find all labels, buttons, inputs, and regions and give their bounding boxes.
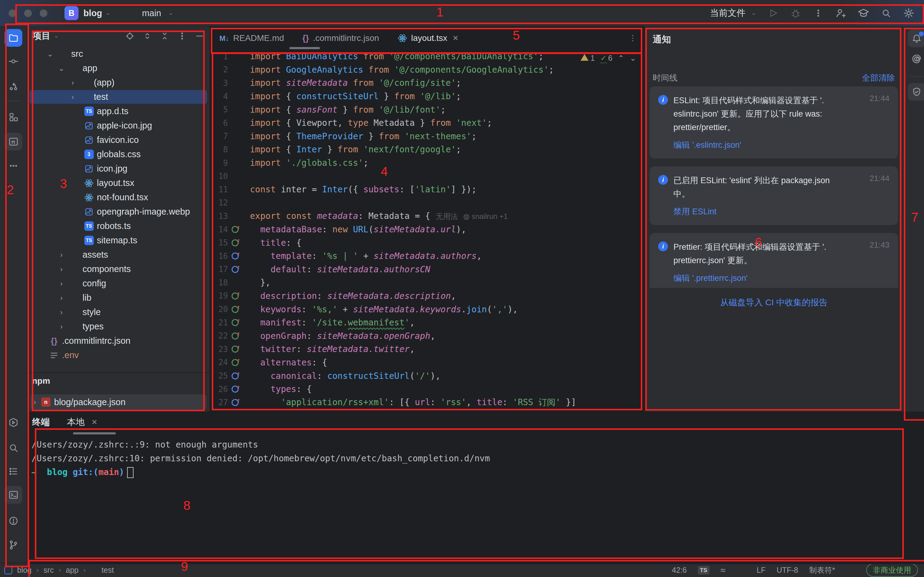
tree-item-globalscss[interactable]: 3 globals.css [27, 147, 210, 161]
learn-icon[interactable] [858, 7, 870, 19]
code-line-13[interactable]: 13export const metadata: Metadata = {无用法… [210, 210, 644, 223]
tree-item-faviconico[interactable]: favicon.ico [27, 133, 210, 147]
project-tool[interactable] [5, 29, 22, 47]
clear-all-link[interactable]: 全部清除 [862, 73, 895, 83]
qodana-tool[interactable] [908, 83, 924, 101]
problems-tool[interactable] [5, 512, 22, 530]
ai-assistant-tool[interactable] [908, 50, 924, 68]
tree-item-appdts[interactable]: TS app.d.ts [27, 104, 210, 118]
notification-action-link[interactable]: 禁用 ESLint [674, 205, 890, 218]
notification-card[interactable]: 21:44 i ESLint: 项目代码样式和编辑器设置基于 '.eslintr… [649, 86, 898, 158]
code-line-26[interactable]: 26↑ types: { [210, 382, 644, 396]
npm-tool[interactable] [5, 133, 22, 150]
code-line-14[interactable]: 14↑ metadataBase: new URL(siteMetadata.u… [210, 223, 644, 236]
terminal-tab-local[interactable]: 本地 ✕ [67, 416, 97, 428]
run-tool[interactable] [5, 414, 22, 431]
tree-item-appleiconjpg[interactable]: apple-icon.jpg [27, 118, 210, 133]
search-icon[interactable] [880, 7, 892, 19]
code-line-18[interactable]: 18 }, [210, 276, 644, 289]
tree-item-test[interactable]: › test [27, 90, 210, 104]
notification-card[interactable]: 21:44 i 已启用 ESLint: 'eslint' 列出在 package… [649, 166, 898, 225]
line-separator[interactable]: LF [756, 566, 766, 575]
unlock-icon[interactable] [846, 566, 855, 575]
terminal-title[interactable]: 终端 [32, 416, 50, 428]
caret-position[interactable]: 42:6 [672, 566, 687, 575]
code-line-1[interactable]: 1import BaiDuAnalytics from '@/component… [210, 50, 644, 63]
code-line-19[interactable]: 19↑ description: siteMetadata.descriptio… [210, 289, 644, 303]
code-line-12[interactable]: 12 [210, 196, 644, 210]
code-line-6[interactable]: 6import { Viewport, type Metadata } from… [210, 116, 644, 130]
code-line-11[interactable]: 11const inter = Inter({ subsets: ['latin… [210, 183, 644, 196]
code-line-27[interactable]: 27↑ 'application/rss+xml': [{ url: 'rss'… [210, 396, 644, 409]
breadcrumb-item-src[interactable]: src [44, 566, 54, 575]
tree-item-src[interactable]: ⌄ src [27, 47, 210, 61]
expand-all-icon[interactable] [143, 31, 152, 40]
commit-tool[interactable] [5, 53, 22, 70]
terminal-tool[interactable] [5, 486, 22, 504]
notification-action-link[interactable]: 编辑 '.eslintrc.json' [674, 138, 890, 152]
chevron-right-icon[interactable]: › [30, 398, 39, 406]
breadcrumb[interactable]: blog›src›app›test [4, 566, 114, 575]
run-configuration-selector[interactable]: 当前文件 ⌄ [710, 7, 756, 19]
search-tool[interactable] [5, 439, 22, 457]
typescript-badge[interactable]: TS [698, 566, 709, 575]
tree-item-robotsts[interactable]: TS robots.ts [27, 219, 210, 233]
file-encoding[interactable]: UTF-8 [776, 566, 798, 575]
close-window-button[interactable] [8, 10, 16, 17]
node-icon[interactable] [737, 566, 746, 575]
tab-README.md[interactable]: M↓ README.md [210, 27, 293, 50]
close-icon[interactable]: ✕ [452, 34, 459, 42]
code-line-7[interactable]: 7import { ThemeProvider } from 'next-the… [210, 130, 644, 143]
license-badge[interactable]: 非商业使用 [866, 564, 918, 577]
code-editor[interactable]: 1 ✓6 ⌃ ⌄ 1import BaiDuAnalytics from '@/… [210, 50, 644, 411]
tree-item-env[interactable]: .env [27, 348, 210, 363]
tree-item-assets[interactable]: › assets [27, 248, 210, 262]
more-tools[interactable] [5, 157, 22, 175]
maximize-window-button[interactable] [40, 10, 47, 17]
tab-layout.tsx[interactable]: layout.tsx✕ [388, 27, 468, 50]
tree-item-iconjpg[interactable]: icon.jpg [27, 161, 210, 176]
tree-item-types[interactable]: › types [27, 319, 210, 334]
code-line-20[interactable]: 20↑ keywords: '%s,' + siteMetadata.keywo… [210, 303, 644, 316]
tree-item-commitlintrcjson[interactable]: {} .commitlintrc.json [27, 334, 210, 348]
code-line-3[interactable]: 3import siteMetadata from '@/config/site… [210, 76, 644, 90]
tree-item-app[interactable]: ⌄ app [27, 61, 210, 76]
locate-icon[interactable] [125, 31, 134, 40]
tree-item-app[interactable]: › (app) [27, 76, 210, 90]
tree-item-config[interactable]: › config [27, 276, 210, 291]
kebab-icon[interactable] [628, 34, 637, 43]
code-line-22[interactable]: 22↑ openGraph: siteMetadata.openGraph, [210, 329, 644, 343]
tree-item-style[interactable]: › style [27, 305, 210, 319]
tree-item-opengraphimagewebp[interactable]: opengraph-image.webp [27, 205, 210, 219]
prettier-icon[interactable]: ≈ [720, 565, 725, 575]
breadcrumb-item-test[interactable]: test [90, 566, 114, 575]
traffic-lights[interactable] [8, 10, 47, 17]
hide-icon[interactable] [195, 31, 204, 40]
code-line-5[interactable]: 5import { sansFont } from '@/lib/font'; [210, 103, 644, 116]
inspection-widget[interactable]: 1 ✓6 ⌃ ⌄ [581, 53, 636, 63]
breadcrumb-item-blog[interactable]: blog [17, 566, 31, 575]
code-line-21[interactable]: 21↑ manifest: '/site.webmanifest', [210, 316, 644, 329]
indent-style[interactable]: 制表符* [809, 565, 835, 575]
notifications-tool[interactable] [908, 30, 924, 47]
project-panel-title[interactable]: 项目 [33, 30, 50, 42]
tree-item-lib[interactable]: › lib [27, 291, 210, 305]
kebab-icon[interactable] [812, 7, 824, 19]
debug-icon[interactable] [790, 7, 802, 19]
code-line-4[interactable]: 4import { constructSiteUrl } from '@/lib… [210, 90, 644, 103]
tree-item-components[interactable]: › components [27, 262, 210, 276]
todo-tool[interactable] [5, 463, 22, 480]
kebab-icon[interactable] [178, 31, 187, 40]
project-selector[interactable]: blog [83, 8, 102, 18]
add-user-icon[interactable] [835, 7, 847, 19]
import-ci-report-link[interactable]: 从磁盘导入 CI 中收集的报告 [645, 297, 903, 308]
next-problem-icon[interactable]: ⌄ [630, 54, 636, 63]
tree-item-sitemapts[interactable]: TS sitemap.ts [27, 233, 210, 248]
code-line-15[interactable]: 15↑ title: { [210, 236, 644, 250]
code-line-23[interactable]: 23↑ twitter: siteMetadata.twitter, [210, 343, 644, 356]
code-line-2[interactable]: 2import GoogleAnalytics from '@/componen… [210, 63, 644, 77]
code-line-9[interactable]: 9import './globals.css'; [210, 156, 644, 170]
collapse-all-icon[interactable] [160, 31, 169, 40]
code-line-8[interactable]: 8import { Inter } from 'next/font/google… [210, 143, 644, 156]
close-icon[interactable]: ✕ [91, 418, 97, 427]
